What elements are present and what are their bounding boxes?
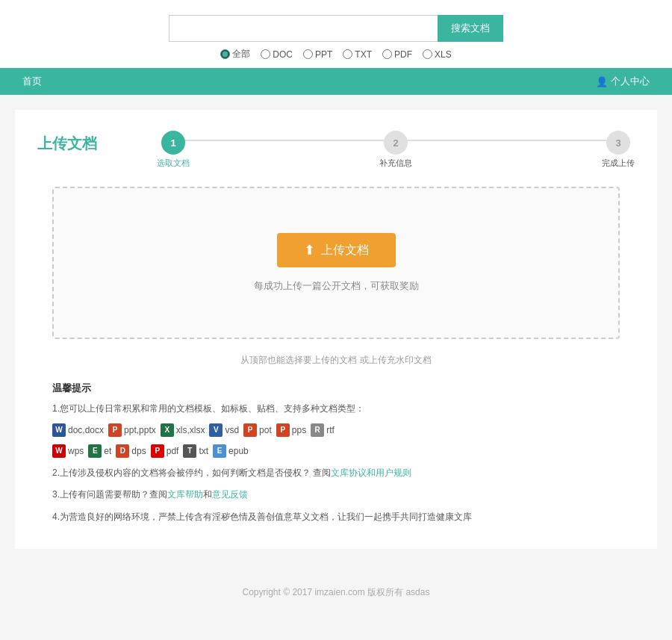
ft-wps: W wps bbox=[52, 444, 84, 458]
ft-pps: P pps bbox=[276, 423, 306, 437]
file-types-row2: W wps E et D dps P pdf T txt E epub bbox=[52, 444, 620, 458]
search-button[interactable]: 搜索文档 bbox=[438, 15, 503, 42]
search-row: 搜索文档 bbox=[169, 15, 503, 42]
link-help[interactable]: 文库帮助 bbox=[167, 489, 203, 500]
page-title: 上传文档 bbox=[37, 128, 97, 154]
step-circle-3: 3 bbox=[606, 131, 630, 155]
stepper-steps: 1 选取文档 2 补充信息 3 完成上传 bbox=[157, 131, 635, 169]
ft-icon-ppt: P bbox=[108, 423, 122, 437]
upload-button[interactable]: ⬆ 上传文档 bbox=[277, 233, 396, 267]
upload-icon: ⬆ bbox=[304, 242, 315, 258]
ft-icon-word: W bbox=[52, 423, 66, 437]
stepper: 1 选取文档 2 补充信息 3 完成上传 bbox=[157, 128, 635, 169]
file-types: W doc,docx P ppt,pptx X xls,xlsx V vsd P… bbox=[52, 423, 620, 437]
tips-item-3: 3.上传有问题需要帮助？查阅文库帮助和意见反馈 bbox=[52, 487, 620, 503]
ft-icon-dps: D bbox=[116, 444, 129, 458]
step-label-3: 完成上传 bbox=[602, 158, 635, 169]
ft-icon-pps: P bbox=[276, 423, 290, 437]
ft-txt: T txt bbox=[183, 444, 208, 458]
ft-pdf: P pdf bbox=[151, 444, 179, 458]
tips-item-2: 2.上传涉及侵权内容的文档将会被停约，如何判断文档是否侵权？ 查阅文库协议和用户… bbox=[52, 465, 620, 482]
step-label-1: 选取文档 bbox=[157, 158, 190, 169]
link-agreement[interactable]: 文库协议和用户规则 bbox=[331, 467, 411, 478]
ft-icon-excel: X bbox=[161, 423, 174, 437]
filter-txt[interactable]: TXT bbox=[343, 48, 372, 60]
step-3: 3 完成上传 bbox=[602, 131, 635, 169]
tips-item-4: 4.为营造良好的网络环境，严禁上传含有淫秽色情及善创值意草义文档，让我们一起携手… bbox=[52, 509, 620, 526]
user-icon: 👤 bbox=[596, 76, 608, 87]
main-content: 上传文档 1 选取文档 2 补充信息 3 完成上传 ⬆ bbox=[15, 110, 657, 549]
step-2: 2 补充信息 bbox=[379, 131, 412, 169]
ft-icon-wps: W bbox=[52, 444, 66, 458]
page-header: 上传文档 1 选取文档 2 补充信息 3 完成上传 bbox=[37, 128, 635, 169]
search-area: 搜索文档 全部 DOC PPT TXT PDF XLS bbox=[0, 0, 672, 68]
ft-icon-et: E bbox=[88, 444, 102, 458]
ft-excel: X xls,xlsx bbox=[161, 423, 205, 437]
navbar-home[interactable]: 首页 bbox=[22, 75, 42, 88]
ft-icon-pot: P bbox=[243, 423, 257, 437]
footer-text: Copyright © 2017 imzaien.com 版权所有 asdas bbox=[243, 587, 430, 597]
ft-pot: P pot bbox=[243, 423, 272, 437]
ft-icon-txt: T bbox=[183, 444, 196, 458]
ft-et: E et bbox=[88, 444, 111, 458]
tips-title: 温馨提示 bbox=[52, 382, 620, 395]
filter-pdf[interactable]: PDF bbox=[382, 48, 412, 60]
link-feedback[interactable]: 意见反馈 bbox=[212, 489, 248, 500]
step-circle-1: 1 bbox=[161, 131, 185, 155]
filter-xls[interactable]: XLS bbox=[423, 48, 452, 60]
tips-section: 温馨提示 1.您可以上传日常积累和常用的文档模板、如标板、贴档、支持多种文档类型… bbox=[37, 382, 635, 525]
search-filters: 全部 DOC PPT TXT PDF XLS bbox=[220, 48, 451, 60]
footer: Copyright © 2017 imzaien.com 版权所有 asdas bbox=[0, 564, 672, 614]
step-1: 1 选取文档 bbox=[157, 131, 190, 169]
search-input[interactable] bbox=[169, 15, 438, 42]
ft-icon-epub: E bbox=[213, 444, 226, 458]
ft-dps: D dps bbox=[116, 444, 146, 458]
ft-icon-rtf: R bbox=[311, 423, 324, 437]
ft-epub: E epub bbox=[213, 444, 249, 458]
upload-desc: 每成功上传一篇公开文档，可获取奖励 bbox=[254, 279, 419, 293]
step-label-2: 补充信息 bbox=[379, 158, 412, 169]
filter-doc[interactable]: DOC bbox=[261, 48, 293, 60]
ft-ppt: P ppt,pptx bbox=[108, 423, 156, 437]
tips-item-1: 1.您可以上传日常积累和常用的文档模板、如标板、贴档、支持多种文档类型： bbox=[52, 401, 620, 417]
navbar: 首页 👤 个人中心 bbox=[0, 68, 672, 95]
upload-sub-hint: 从顶部也能选择要上传的文档 或上传充水印文档 bbox=[37, 354, 635, 367]
ft-vsd: V vsd bbox=[209, 423, 239, 437]
ft-icon-pdf: P bbox=[151, 444, 164, 458]
ft-word: W doc,docx bbox=[52, 423, 104, 437]
navbar-user[interactable]: 👤 个人中心 bbox=[596, 75, 650, 88]
upload-zone[interactable]: ⬆ 上传文档 每成功上传一篇公开文档，可获取奖励 bbox=[52, 187, 620, 339]
filter-ppt[interactable]: PPT bbox=[303, 48, 332, 60]
ft-icon-vsd: V bbox=[209, 423, 223, 437]
ft-rtf: R rtf bbox=[311, 423, 335, 437]
step-circle-2: 2 bbox=[384, 131, 408, 155]
filter-all[interactable]: 全部 bbox=[220, 48, 250, 60]
